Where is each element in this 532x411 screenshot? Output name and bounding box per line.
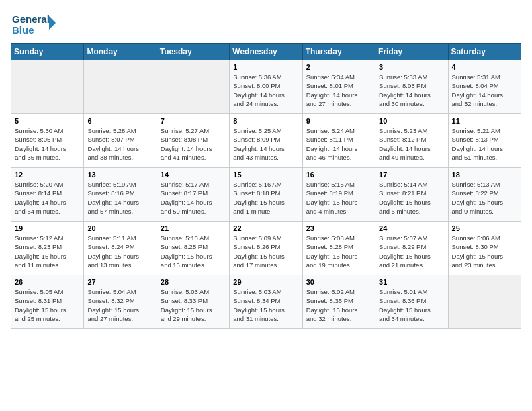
weekday-header-row: SundayMondayTuesdayWednesdayThursdayFrid… [11, 44, 521, 60]
calendar-cell: 16Sunrise: 5:15 AM Sunset: 8:19 PM Dayli… [302, 168, 375, 222]
day-number: 28 [161, 278, 226, 286]
day-number: 3 [379, 63, 444, 71]
day-number: 23 [306, 224, 371, 232]
calendar-cell [157, 60, 229, 114]
day-number: 13 [87, 171, 152, 179]
calendar-table: SundayMondayTuesdayWednesdayThursdayFrid… [11, 43, 521, 329]
day-number: 14 [161, 171, 226, 179]
calendar-cell: 1Sunrise: 5:36 AM Sunset: 8:00 PM Daylig… [230, 60, 302, 114]
day-info: Sunrise: 5:24 AM Sunset: 8:11 PM Dayligh… [306, 126, 371, 162]
weekday-header-wednesday: Wednesday [230, 44, 302, 60]
page-header: GeneralBlue [11, 11, 521, 38]
calendar-cell: 14Sunrise: 5:17 AM Sunset: 8:17 PM Dayli… [157, 168, 229, 222]
calendar-cell: 30Sunrise: 5:02 AM Sunset: 8:35 PM Dayli… [302, 275, 375, 329]
calendar-cell: 9Sunrise: 5:24 AM Sunset: 8:11 PM Daylig… [302, 114, 375, 168]
day-number: 26 [15, 278, 80, 286]
day-info: Sunrise: 5:02 AM Sunset: 8:35 PM Dayligh… [306, 287, 371, 323]
calendar-cell: 13Sunrise: 5:19 AM Sunset: 8:16 PM Dayli… [84, 168, 157, 222]
day-number: 22 [233, 224, 298, 232]
day-number: 29 [233, 278, 298, 286]
calendar-cell: 23Sunrise: 5:08 AM Sunset: 8:28 PM Dayli… [302, 222, 375, 275]
day-number: 11 [452, 117, 517, 125]
day-number: 5 [15, 117, 80, 125]
day-info: Sunrise: 5:03 AM Sunset: 8:34 PM Dayligh… [233, 287, 298, 323]
day-info: Sunrise: 5:09 AM Sunset: 8:26 PM Dayligh… [233, 234, 298, 269]
day-number: 31 [379, 278, 444, 286]
calendar-cell: 21Sunrise: 5:10 AM Sunset: 8:25 PM Dayli… [157, 222, 229, 275]
week-row-4: 19Sunrise: 5:12 AM Sunset: 8:23 PM Dayli… [11, 222, 521, 275]
day-info: Sunrise: 5:33 AM Sunset: 8:03 PM Dayligh… [379, 73, 444, 108]
weekday-header-saturday: Saturday [448, 44, 521, 60]
day-number: 21 [161, 224, 226, 232]
day-number: 10 [379, 117, 444, 125]
week-row-1: 1Sunrise: 5:36 AM Sunset: 8:00 PM Daylig… [11, 60, 521, 114]
calendar-cell: 19Sunrise: 5:12 AM Sunset: 8:23 PM Dayli… [11, 222, 84, 275]
logo-svg: GeneralBlue [11, 11, 58, 38]
day-info: Sunrise: 5:08 AM Sunset: 8:28 PM Dayligh… [306, 234, 371, 269]
svg-marker-2 [49, 16, 56, 30]
week-row-5: 26Sunrise: 5:05 AM Sunset: 8:31 PM Dayli… [11, 275, 521, 329]
calendar-cell [11, 60, 84, 114]
calendar-cell: 20Sunrise: 5:11 AM Sunset: 8:24 PM Dayli… [84, 222, 157, 275]
day-number: 20 [87, 224, 152, 232]
day-info: Sunrise: 5:16 AM Sunset: 8:18 PM Dayligh… [233, 180, 298, 216]
day-info: Sunrise: 5:03 AM Sunset: 8:33 PM Dayligh… [161, 287, 226, 323]
day-number: 30 [306, 278, 371, 286]
day-info: Sunrise: 5:06 AM Sunset: 8:30 PM Dayligh… [452, 234, 517, 269]
calendar-cell [84, 60, 157, 114]
day-info: Sunrise: 5:04 AM Sunset: 8:32 PM Dayligh… [87, 287, 152, 323]
day-number: 27 [87, 278, 152, 286]
day-number: 8 [233, 117, 298, 125]
logo: GeneralBlue [11, 11, 58, 38]
day-info: Sunrise: 5:14 AM Sunset: 8:21 PM Dayligh… [379, 180, 444, 216]
day-number: 4 [452, 63, 517, 71]
day-info: Sunrise: 5:12 AM Sunset: 8:23 PM Dayligh… [15, 234, 80, 269]
calendar-cell: 18Sunrise: 5:13 AM Sunset: 8:22 PM Dayli… [448, 168, 521, 222]
week-row-2: 5Sunrise: 5:30 AM Sunset: 8:05 PM Daylig… [11, 114, 521, 168]
day-info: Sunrise: 5:13 AM Sunset: 8:22 PM Dayligh… [452, 180, 517, 216]
day-info: Sunrise: 5:31 AM Sunset: 8:04 PM Dayligh… [452, 73, 517, 108]
day-info: Sunrise: 5:10 AM Sunset: 8:25 PM Dayligh… [161, 234, 226, 269]
day-number: 1 [233, 63, 298, 71]
calendar-cell: 24Sunrise: 5:07 AM Sunset: 8:29 PM Dayli… [375, 222, 448, 275]
day-number: 18 [452, 171, 517, 179]
day-number: 6 [87, 117, 152, 125]
calendar-cell: 17Sunrise: 5:14 AM Sunset: 8:21 PM Dayli… [375, 168, 448, 222]
day-info: Sunrise: 5:30 AM Sunset: 8:05 PM Dayligh… [15, 126, 80, 162]
calendar-cell: 29Sunrise: 5:03 AM Sunset: 8:34 PM Dayli… [230, 275, 302, 329]
day-info: Sunrise: 5:07 AM Sunset: 8:29 PM Dayligh… [379, 234, 444, 269]
day-info: Sunrise: 5:01 AM Sunset: 8:36 PM Dayligh… [379, 287, 444, 323]
day-info: Sunrise: 5:23 AM Sunset: 8:12 PM Dayligh… [379, 126, 444, 162]
calendar-cell: 27Sunrise: 5:04 AM Sunset: 8:32 PM Dayli… [84, 275, 157, 329]
day-number: 9 [306, 117, 371, 125]
calendar-cell: 25Sunrise: 5:06 AM Sunset: 8:30 PM Dayli… [448, 222, 521, 275]
day-number: 16 [306, 171, 371, 179]
weekday-header-thursday: Thursday [302, 44, 375, 60]
calendar-cell [448, 275, 521, 329]
calendar-cell: 5Sunrise: 5:30 AM Sunset: 8:05 PM Daylig… [11, 114, 84, 168]
calendar-cell: 15Sunrise: 5:16 AM Sunset: 8:18 PM Dayli… [230, 168, 302, 222]
svg-text:Blue: Blue [12, 24, 34, 36]
calendar-cell: 2Sunrise: 5:34 AM Sunset: 8:01 PM Daylig… [302, 60, 375, 114]
calendar-cell: 6Sunrise: 5:28 AM Sunset: 8:07 PM Daylig… [84, 114, 157, 168]
day-info: Sunrise: 5:21 AM Sunset: 8:13 PM Dayligh… [452, 126, 517, 162]
calendar-cell: 8Sunrise: 5:25 AM Sunset: 8:09 PM Daylig… [230, 114, 302, 168]
day-info: Sunrise: 5:15 AM Sunset: 8:19 PM Dayligh… [306, 180, 371, 216]
day-number: 24 [379, 224, 444, 232]
day-info: Sunrise: 5:36 AM Sunset: 8:00 PM Dayligh… [233, 73, 298, 108]
day-info: Sunrise: 5:19 AM Sunset: 8:16 PM Dayligh… [87, 180, 152, 216]
calendar-cell: 12Sunrise: 5:20 AM Sunset: 8:14 PM Dayli… [11, 168, 84, 222]
svg-text:General: General [12, 13, 50, 25]
calendar-cell: 7Sunrise: 5:27 AM Sunset: 8:08 PM Daylig… [157, 114, 229, 168]
weekday-header-sunday: Sunday [11, 44, 84, 60]
day-info: Sunrise: 5:20 AM Sunset: 8:14 PM Dayligh… [15, 180, 80, 216]
calendar-body: 1Sunrise: 5:36 AM Sunset: 8:00 PM Daylig… [11, 60, 521, 329]
day-info: Sunrise: 5:25 AM Sunset: 8:09 PM Dayligh… [233, 126, 298, 162]
weekday-header-friday: Friday [375, 44, 448, 60]
day-info: Sunrise: 5:27 AM Sunset: 8:08 PM Dayligh… [161, 126, 226, 162]
day-number: 12 [15, 171, 80, 179]
weekday-header-tuesday: Tuesday [157, 44, 229, 60]
day-number: 2 [306, 63, 371, 71]
calendar-cell: 31Sunrise: 5:01 AM Sunset: 8:36 PM Dayli… [375, 275, 448, 329]
day-number: 19 [15, 224, 80, 232]
